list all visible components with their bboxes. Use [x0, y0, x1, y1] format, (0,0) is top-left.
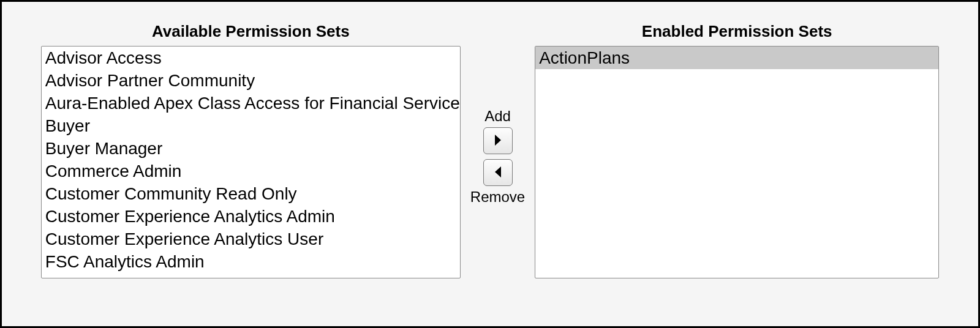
list-item[interactable]: FSC Analytics Admin [42, 250, 460, 273]
arrow-left-icon [494, 166, 502, 180]
available-column: Available Permission Sets Advisor Access… [41, 22, 461, 278]
enabled-column: Enabled Permission Sets ActionPlans [535, 22, 939, 278]
svg-marker-1 [495, 166, 501, 177]
available-permission-sets-listbox[interactable]: Advisor AccessAdvisor Partner CommunityA… [41, 46, 461, 278]
list-item[interactable]: Advisor Partner Community [42, 69, 460, 92]
list-item[interactable]: Customer Community Read Only [42, 182, 460, 205]
add-label: Add [484, 108, 511, 125]
list-item[interactable]: Advisor Access [42, 47, 460, 69]
remove-label: Remove [470, 188, 525, 206]
remove-button[interactable] [483, 159, 513, 186]
arrow-right-icon [494, 134, 502, 148]
list-item[interactable]: Buyer Manager [42, 137, 460, 160]
list-item[interactable]: ActionPlans [535, 47, 938, 69]
add-button[interactable] [483, 127, 513, 154]
list-item[interactable]: Customer Experience Analytics Admin [42, 205, 460, 228]
enabled-permission-sets-listbox[interactable]: ActionPlans [535, 46, 939, 278]
svg-marker-0 [495, 135, 501, 146]
list-item[interactable]: Commerce Admin [42, 160, 460, 182]
enabled-heading: Enabled Permission Sets [642, 22, 832, 41]
permission-set-dual-list: Available Permission Sets Advisor Access… [20, 13, 960, 308]
transfer-buttons-column: Add Remove [461, 22, 535, 206]
list-item[interactable]: Customer Experience Analytics User [42, 228, 460, 250]
list-item[interactable]: Aura-Enabled Apex Class Access for Finan… [42, 92, 460, 114]
available-heading: Available Permission Sets [152, 22, 350, 41]
list-item[interactable]: Buyer [42, 114, 460, 137]
